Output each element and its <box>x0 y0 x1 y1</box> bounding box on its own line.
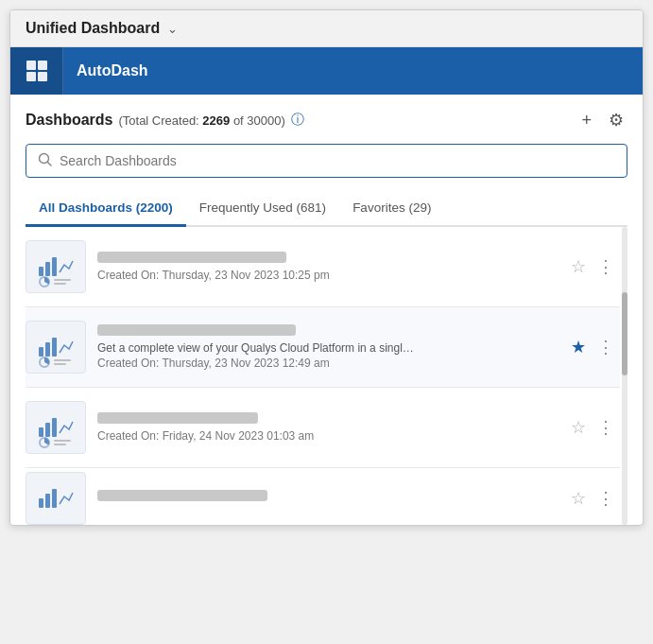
search-input[interactable] <box>60 153 615 168</box>
favorite-button[interactable]: ☆ <box>569 488 588 509</box>
favorite-button[interactable]: ☆ <box>569 417 588 438</box>
dashboards-title: Dashboards <box>26 112 112 129</box>
svg-rect-25 <box>45 494 50 508</box>
favorite-button[interactable]: ★ <box>569 337 588 357</box>
item-date: Created On: Friday, 24 Nov 2023 01:03 am <box>97 429 558 443</box>
item-date: Created On: Thursday, 23 Nov 2023 10:25 … <box>97 269 558 282</box>
svg-rect-16 <box>54 359 71 361</box>
svg-rect-20 <box>52 418 57 437</box>
tab-frequently-used[interactable]: Frequently Used (681) <box>186 191 339 227</box>
svg-rect-11 <box>54 283 66 285</box>
list-item: Created On: Thursday, 23 Nov 2023 10:25 … <box>26 227 620 307</box>
scrollbar-thumb[interactable] <box>622 292 627 375</box>
dashboards-title-group: Dashboards (Total Created: 2269 of 30000… <box>26 112 304 129</box>
header-actions: + ⚙ <box>577 110 627 131</box>
top-bar: Unified Dashboard ⌄ <box>10 10 643 47</box>
svg-rect-0 <box>26 61 36 70</box>
item-info: Created On: Friday, 24 Nov 2023 01:03 am <box>97 412 558 443</box>
thumb-icon <box>35 246 77 287</box>
item-info: Created On: Thursday, 23 Nov 2023 10:25 … <box>97 252 558 282</box>
chevron-down-icon[interactable]: ⌄ <box>167 22 178 36</box>
svg-rect-1 <box>38 61 47 70</box>
app-title: Unified Dashboard <box>26 20 160 37</box>
item-info <box>97 490 558 507</box>
svg-rect-23 <box>54 444 66 445</box>
dashboard-list-wrapper: Created On: Thursday, 23 Nov 2023 10:25 … <box>26 227 627 525</box>
item-date: Created On: Thursday, 23 Nov 2023 12:49 … <box>97 357 558 370</box>
list-item: Get a complete view of your Qualys Cloud… <box>26 307 620 388</box>
thumb-icon <box>35 326 77 368</box>
svg-rect-10 <box>54 279 71 281</box>
settings-button[interactable]: ⚙ <box>605 110 627 131</box>
search-box <box>26 144 627 178</box>
item-info: Get a complete view of your Qualys Cloud… <box>97 324 558 370</box>
svg-rect-18 <box>39 427 43 437</box>
add-dashboard-button[interactable]: + <box>577 110 595 131</box>
item-title-placeholder <box>97 412 258 424</box>
svg-rect-22 <box>54 440 71 442</box>
dashboards-header: Dashboards (Total Created: 2269 of 30000… <box>26 110 627 131</box>
main-container: Unified Dashboard ⌄ AutoDash Dashboards … <box>9 9 644 526</box>
svg-rect-14 <box>52 338 57 357</box>
more-options-button[interactable]: ⋮ <box>595 337 616 357</box>
svg-rect-2 <box>26 72 36 81</box>
svg-rect-26 <box>52 489 57 508</box>
svg-rect-3 <box>38 72 47 81</box>
info-icon[interactable]: ⓘ <box>291 112 304 129</box>
dashboard-thumbnail <box>26 472 86 525</box>
autodash-label: AutoDash <box>63 62 148 79</box>
dashboard-thumbnail <box>26 321 86 374</box>
dashboard-thumbnail <box>26 240 86 293</box>
autodash-grid-icon <box>25 59 49 83</box>
svg-rect-17 <box>54 363 66 365</box>
item-actions: ☆ ⋮ <box>569 417 616 438</box>
item-actions: ★ ⋮ <box>569 337 616 357</box>
dashboard-list: Created On: Thursday, 23 Nov 2023 10:25 … <box>26 227 620 525</box>
autodash-icon-box <box>10 47 63 95</box>
scrollbar-track[interactable] <box>622 227 627 525</box>
tab-favorites[interactable]: Favorites (29) <box>339 191 444 227</box>
item-title-placeholder <box>97 490 267 501</box>
tabs: All Dashboards (2200) Frequently Used (6… <box>26 191 627 227</box>
svg-rect-24 <box>39 498 43 508</box>
svg-rect-8 <box>52 257 57 276</box>
item-title-placeholder <box>97 252 286 263</box>
svg-rect-19 <box>45 423 50 437</box>
favorite-button[interactable]: ☆ <box>569 256 588 277</box>
dashboards-count: (Total Created: 2269 of 30000) <box>118 113 284 128</box>
svg-rect-7 <box>45 262 50 276</box>
dashboard-thumbnail <box>26 401 86 454</box>
more-options-button[interactable]: ⋮ <box>595 417 616 438</box>
item-actions: ☆ ⋮ <box>569 488 616 509</box>
list-item: ☆ ⋮ <box>26 468 620 525</box>
svg-rect-13 <box>45 342 50 357</box>
more-options-button[interactable]: ⋮ <box>595 488 616 509</box>
svg-rect-12 <box>39 347 43 357</box>
svg-rect-6 <box>39 267 43 276</box>
main-content: Dashboards (Total Created: 2269 of 30000… <box>10 95 643 525</box>
search-icon <box>38 152 52 169</box>
thumb-icon <box>35 478 77 519</box>
tab-all-dashboards[interactable]: All Dashboards (2200) <box>26 191 186 227</box>
list-item: Created On: Friday, 24 Nov 2023 01:03 am… <box>26 388 620 468</box>
item-desc: Get a complete view of your Qualys Cloud… <box>97 341 419 355</box>
autodash-bar: AutoDash <box>10 47 643 95</box>
item-actions: ☆ ⋮ <box>569 256 616 277</box>
svg-line-5 <box>48 163 52 166</box>
thumb-icon <box>35 407 77 448</box>
more-options-button[interactable]: ⋮ <box>595 256 616 277</box>
item-title-placeholder <box>97 324 296 336</box>
